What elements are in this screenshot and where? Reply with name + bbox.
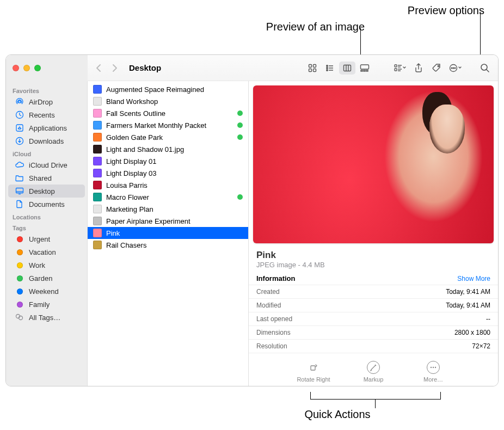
svg-rect-13 — [361, 65, 369, 69]
sidebar-item-applications[interactable]: Applications — [8, 121, 85, 134]
file-list[interactable]: Augmented Space ReimaginedBland Workshop… — [88, 81, 249, 386]
svg-rect-17 — [395, 65, 397, 67]
file-row[interactable]: Louisa Parris — [88, 179, 248, 191]
svg-point-42 — [435, 367, 436, 368]
sidebar-item-family[interactable]: Family — [8, 298, 85, 311]
info-label: Created — [256, 288, 280, 296]
file-thumbnail-icon — [93, 193, 102, 201]
quick-action-icon — [307, 361, 320, 374]
sidebar-item-weekend[interactable]: Weekend — [8, 285, 85, 298]
svg-rect-14 — [361, 70, 362, 71]
sidebar-item-label: Work — [29, 261, 45, 269]
svg-rect-32 — [16, 125, 23, 131]
sidebar-item-documents[interactable]: Documents — [8, 198, 85, 211]
sidebar-item-label: Garden — [29, 274, 52, 282]
group-by-button[interactable] — [392, 62, 408, 75]
toolbar: Desktop — [88, 55, 498, 81]
file-thumbnail-icon — [93, 205, 102, 213]
file-thumbnail-icon — [93, 109, 102, 118]
sidebar-item-label: Shared — [29, 174, 52, 182]
more-actions-button[interactable] — [448, 62, 463, 75]
sidebar-item-downloads[interactable]: Downloads — [8, 134, 85, 148]
svg-rect-18 — [395, 69, 397, 71]
svg-point-6 — [327, 69, 328, 70]
sidebar-item-label: All Tags… — [29, 314, 60, 322]
minimize-button[interactable] — [23, 65, 30, 71]
sidebar-section-header: iCloud — [6, 148, 87, 158]
clock-icon — [15, 110, 24, 120]
sidebar-item-all-tags-[interactable]: All Tags… — [8, 311, 85, 324]
file-row[interactable]: Augmented Space Reimagined — [88, 83, 248, 95]
file-row[interactable]: Farmers Market Monthly Packet — [88, 119, 248, 131]
preview-subtitle: JPEG image - 4.4 MB — [256, 261, 490, 269]
sidebar-item-label: iCloud Drive — [29, 161, 67, 169]
back-button[interactable] — [93, 63, 104, 73]
share-button[interactable] — [411, 62, 426, 75]
view-column-button[interactable] — [339, 62, 355, 75]
file-name-label: Augmented Space Reimagined — [106, 85, 243, 94]
info-row: ModifiedToday, 9:41 AM — [249, 299, 498, 312]
download-icon — [15, 136, 24, 146]
zoom-button[interactable] — [34, 65, 41, 71]
window-controls-area — [6, 55, 88, 81]
file-name-label: Marketing Plan — [106, 205, 243, 213]
info-label: Dimensions — [256, 329, 291, 336]
file-row[interactable]: Golden Gate Park — [88, 131, 248, 143]
sidebar-item-airdrop[interactable]: AirDrop — [8, 95, 85, 108]
file-thumbnail-icon — [93, 133, 102, 142]
apps-icon — [15, 123, 24, 133]
quick-action-rotate-right[interactable]: Rotate Right — [294, 361, 333, 383]
svg-point-26 — [453, 67, 454, 69]
sidebar-item-icloud-drive[interactable]: iCloud Drive — [8, 158, 85, 171]
sidebar-item-work[interactable]: Work — [8, 259, 85, 272]
file-row[interactable]: Bland Workshop — [88, 95, 248, 107]
quick-action-label: Rotate Right — [297, 376, 330, 383]
tag-dot-icon — [15, 299, 24, 309]
file-thumbnail-icon — [93, 145, 102, 153]
file-thumbnail-icon — [93, 97, 102, 106]
tags-button[interactable] — [429, 62, 445, 75]
file-tag-dot — [237, 194, 243, 200]
svg-point-5 — [327, 67, 328, 68]
file-row[interactable]: Light Display 01 — [88, 155, 248, 167]
sidebar-item-label: Recents — [29, 111, 55, 119]
sidebar-item-vacation[interactable]: Vacation — [8, 245, 85, 259]
file-row[interactable]: Macro Flower — [88, 191, 248, 203]
info-row: Dimensions2800 x 1800 — [249, 326, 498, 340]
callout-preview-options: Preview options — [392, 4, 484, 17]
forward-button[interactable] — [109, 63, 120, 73]
sidebar-item-garden[interactable]: Garden — [8, 272, 85, 285]
file-row[interactable]: Light and Shadow 01.jpg — [88, 143, 248, 155]
view-icon-button[interactable] — [304, 62, 321, 75]
tag-dot-icon — [15, 234, 24, 244]
file-thumbnail-icon — [93, 217, 102, 225]
svg-rect-2 — [309, 69, 312, 71]
sidebar-item-recents[interactable]: Recents — [8, 108, 85, 121]
search-button[interactable] — [477, 62, 493, 75]
quick-action-more-[interactable]: More… — [414, 361, 452, 383]
view-gallery-button[interactable] — [357, 62, 373, 75]
callout-quick-actions: Quick Actions — [294, 408, 381, 421]
file-thumbnail-icon — [93, 229, 102, 237]
file-name-label: Light and Shadow 01.jpg — [106, 145, 243, 153]
file-row[interactable]: Fall Scents Outline — [88, 107, 248, 119]
sidebar-item-label: AirDrop — [29, 98, 53, 106]
file-row[interactable]: Light Display 03 — [88, 167, 248, 179]
sidebar-item-urgent[interactable]: Urgent — [8, 232, 85, 245]
close-button[interactable] — [13, 65, 19, 71]
show-more-link[interactable]: Show More — [457, 275, 490, 282]
file-row[interactable]: Pink — [88, 227, 248, 239]
quick-action-markup[interactable]: Markup — [354, 361, 392, 383]
view-list-button[interactable] — [322, 62, 338, 75]
sidebar[interactable]: FavoritesAirDropRecentsApplicationsDownl… — [6, 81, 88, 386]
file-tag-dot — [237, 122, 243, 128]
file-row[interactable]: Marketing Plan — [88, 203, 248, 215]
svg-rect-39 — [311, 366, 315, 370]
file-row[interactable]: Rail Chasers — [88, 239, 248, 251]
sidebar-item-desktop[interactable]: Desktop — [8, 185, 85, 198]
info-label: Modified — [256, 302, 281, 309]
file-thumbnail-icon — [93, 181, 102, 189]
file-tag-dot — [237, 134, 243, 140]
file-row[interactable]: Paper Airplane Experiment — [88, 215, 248, 227]
sidebar-item-shared[interactable]: Shared — [8, 171, 85, 185]
